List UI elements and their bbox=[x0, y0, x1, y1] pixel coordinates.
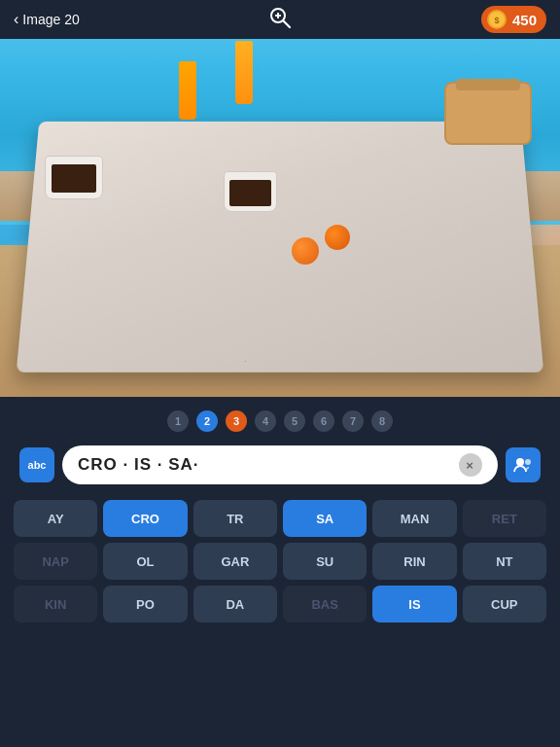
tile-sa[interactable]: SA bbox=[283, 500, 367, 537]
tiles-grid: AYCROTRSAMANRETNAPOLGARSURINNTKINPODABAS… bbox=[0, 494, 560, 628]
image-title: Image 20 bbox=[22, 12, 79, 27]
tile-ay[interactable]: AY bbox=[14, 500, 97, 537]
tile-bas[interactable]: BAS bbox=[283, 586, 367, 622]
breakfast-photo bbox=[0, 0, 560, 409]
tile-cro[interactable]: CRO bbox=[103, 500, 187, 537]
page-dot-6[interactable]: 6 bbox=[313, 410, 334, 432]
page-dot-3[interactable]: 3 bbox=[226, 410, 247, 432]
tile-is[interactable]: IS bbox=[372, 586, 456, 622]
tile-man[interactable]: MAN bbox=[372, 500, 456, 537]
tile-nt[interactable]: NT bbox=[463, 543, 546, 580]
photo-area bbox=[0, 0, 560, 409]
bottom-panel: 1 2 3 4 5 6 7 8 abc CRO · IS · SA· × bbox=[0, 397, 560, 747]
page-dot-1[interactable]: 1 bbox=[167, 410, 189, 432]
page-dot-7[interactable]: 7 bbox=[342, 410, 364, 432]
tile-po[interactable]: PO bbox=[103, 586, 187, 622]
answer-text: CRO · IS · SA· bbox=[78, 455, 199, 475]
page-dot-2[interactable]: 2 bbox=[196, 410, 218, 432]
svg-line-1 bbox=[284, 20, 291, 27]
svg-point-8 bbox=[525, 459, 531, 465]
abc-label: abc bbox=[28, 459, 47, 471]
back-button[interactable]: ‹ Image 20 bbox=[14, 11, 80, 28]
svg-point-7 bbox=[516, 458, 524, 466]
page-dot-4[interactable]: 4 bbox=[255, 410, 276, 432]
tile-nap[interactable]: NAP bbox=[14, 543, 97, 580]
tile-tr[interactable]: TR bbox=[193, 500, 277, 537]
page-dot-5[interactable]: 5 bbox=[284, 410, 305, 432]
abc-button[interactable]: abc bbox=[19, 447, 54, 482]
clear-button[interactable]: × bbox=[459, 453, 482, 477]
friends-button[interactable] bbox=[506, 447, 541, 482]
tile-da[interactable]: DA bbox=[193, 586, 277, 622]
tile-kin[interactable]: KIN bbox=[14, 586, 97, 622]
score-badge: $ 450 bbox=[481, 6, 546, 33]
chevron-left-icon: ‹ bbox=[14, 11, 18, 28]
page-dot-8[interactable]: 8 bbox=[371, 410, 393, 432]
score-value: 450 bbox=[512, 12, 537, 28]
zoom-button[interactable] bbox=[267, 5, 293, 35]
clear-icon: × bbox=[466, 458, 475, 473]
tile-cup[interactable]: CUP bbox=[463, 586, 546, 622]
tile-gar[interactable]: GAR bbox=[193, 543, 277, 580]
app-header: ‹ Image 20 $ 450 bbox=[0, 0, 560, 39]
pagination: 1 2 3 4 5 6 7 8 bbox=[0, 397, 560, 440]
input-row: abc CRO · IS · SA· × bbox=[10, 440, 550, 490]
tile-ret[interactable]: RET bbox=[463, 500, 546, 537]
tile-su[interactable]: SU bbox=[283, 543, 367, 580]
answer-display: CRO · IS · SA· × bbox=[62, 445, 498, 484]
tile-ol[interactable]: OL bbox=[103, 543, 187, 580]
tile-rin[interactable]: RIN bbox=[372, 543, 456, 580]
svg-text:$: $ bbox=[494, 16, 499, 25]
